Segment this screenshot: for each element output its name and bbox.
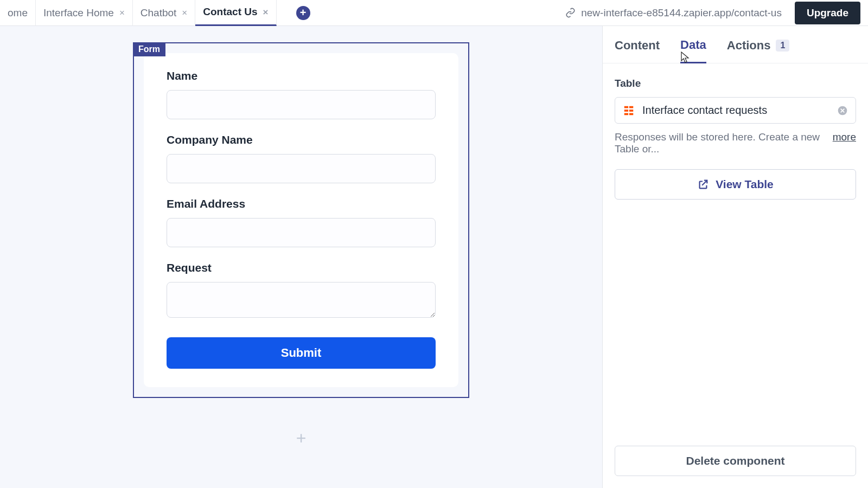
panel-body: Table Interface contact requests Respons… bbox=[603, 63, 868, 434]
more-link[interactable]: more bbox=[833, 131, 856, 143]
close-icon[interactable]: × bbox=[119, 8, 125, 17]
delete-component-button[interactable]: Delete component bbox=[615, 446, 856, 476]
external-link-icon bbox=[697, 178, 709, 190]
clear-icon[interactable] bbox=[837, 105, 848, 116]
actions-badge: 1 bbox=[776, 40, 789, 52]
help-text: Responses will be stored here. Create a … bbox=[615, 131, 833, 155]
form-card: Name Company Name Email Address Request … bbox=[144, 53, 458, 387]
zapier-table-icon bbox=[623, 105, 635, 117]
table-name: Interface contact requests bbox=[642, 104, 829, 117]
workspace: Form Name Company Name Email Address Req… bbox=[0, 26, 868, 488]
view-table-button[interactable]: View Table bbox=[615, 169, 856, 200]
page-tabs: ome Interface Home × Chatbot × Contact U… bbox=[0, 0, 565, 26]
form-component[interactable]: Form Name Company Name Email Address Req… bbox=[133, 42, 469, 398]
svg-rect-0 bbox=[624, 106, 628, 108]
tab-label: Chatbot bbox=[141, 7, 177, 19]
submit-button[interactable]: Submit bbox=[167, 337, 436, 369]
field-company: Company Name bbox=[167, 133, 436, 183]
url-text: new-interface-e85144.zapier.app/contact-… bbox=[581, 7, 782, 19]
tab-contact-us[interactable]: Contact Us × bbox=[195, 0, 276, 26]
canvas: Form Name Company Name Email Address Req… bbox=[0, 26, 602, 488]
tab-interface-home[interactable]: Interface Home × bbox=[36, 0, 133, 26]
email-input[interactable] bbox=[167, 218, 436, 247]
svg-rect-2 bbox=[624, 110, 628, 112]
tab-label: Contact Us bbox=[203, 6, 257, 18]
tab-actions[interactable]: Actions 1 bbox=[727, 38, 790, 63]
tab-label: ome bbox=[8, 7, 28, 19]
panel-tabs: Content Data Actions 1 bbox=[603, 26, 868, 63]
help-row: Responses will be stored here. Create a … bbox=[615, 131, 856, 155]
svg-rect-1 bbox=[629, 106, 633, 108]
panel-footer: Delete component bbox=[603, 434, 868, 488]
tab-content[interactable]: Content bbox=[615, 38, 660, 63]
svg-rect-4 bbox=[624, 113, 628, 115]
tab-home-partial[interactable]: ome bbox=[0, 0, 36, 26]
close-icon[interactable]: × bbox=[182, 8, 187, 17]
side-panel: Content Data Actions 1 Table bbox=[602, 26, 868, 488]
add-tab-button[interactable]: + bbox=[296, 6, 310, 20]
close-icon[interactable]: × bbox=[263, 8, 269, 17]
field-name: Name bbox=[167, 69, 436, 119]
page-url[interactable]: new-interface-e85144.zapier.app/contact-… bbox=[565, 7, 782, 19]
request-input[interactable] bbox=[167, 282, 436, 318]
add-component-button[interactable]: + bbox=[296, 428, 307, 448]
section-label: Table bbox=[615, 78, 856, 89]
name-input[interactable] bbox=[167, 90, 436, 119]
link-icon bbox=[565, 8, 576, 18]
field-label: Company Name bbox=[167, 133, 436, 146]
tab-label: Interface Home bbox=[43, 7, 114, 19]
field-label: Request bbox=[167, 261, 436, 274]
company-input[interactable] bbox=[167, 154, 436, 183]
view-table-label: View Table bbox=[716, 178, 774, 191]
table-select[interactable]: Interface contact requests bbox=[615, 97, 856, 124]
tab-data[interactable]: Data bbox=[680, 38, 706, 63]
svg-rect-3 bbox=[629, 110, 633, 112]
tab-chatbot[interactable]: Chatbot × bbox=[133, 0, 195, 26]
tab-actions-label: Actions bbox=[727, 38, 771, 53]
upgrade-button[interactable]: Upgrade bbox=[795, 2, 860, 24]
field-request: Request bbox=[167, 261, 436, 320]
svg-rect-5 bbox=[629, 113, 633, 115]
field-email: Email Address bbox=[167, 197, 436, 247]
form-tag: Form bbox=[133, 42, 165, 56]
field-label: Name bbox=[167, 69, 436, 82]
field-label: Email Address bbox=[167, 197, 436, 210]
top-bar: ome Interface Home × Chatbot × Contact U… bbox=[0, 0, 868, 26]
